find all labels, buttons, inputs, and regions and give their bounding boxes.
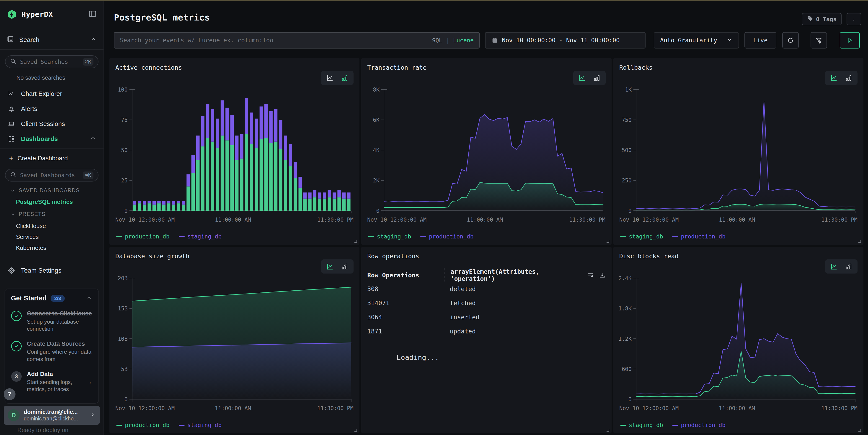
lucene-option[interactable]: Lucene <box>453 37 474 44</box>
help-button[interactable]: ? <box>4 388 16 400</box>
get-started-title: Get Started <box>11 295 46 302</box>
separator: | <box>446 37 450 44</box>
search-icon <box>10 58 17 65</box>
panel-disc-blocks-read: Disc blocks read2.4K1.8K1.2K6000Nov 10 1… <box>613 247 863 433</box>
legend-item-production_db[interactable]: production_db <box>116 233 169 240</box>
get-started-card: Get Started 2/3 Connect to ClickHouse Se… <box>5 289 99 404</box>
chevron-up-icon[interactable] <box>86 295 93 302</box>
user-name: dominic.tran@clic... <box>24 409 78 415</box>
line-chart-icon[interactable] <box>578 74 586 82</box>
legend-item-staging_db[interactable]: staging_db <box>620 422 663 428</box>
event-search-input[interactable]: Search your events w/ Lucene ex. column:… <box>114 32 479 48</box>
panel-resize-handle[interactable] <box>607 429 609 432</box>
query-language-toggle[interactable]: SQL | Lucene <box>432 37 474 44</box>
line-chart-icon[interactable] <box>326 74 334 82</box>
filter-bar: Search your events w/ Lucene ex. column:… <box>114 32 861 48</box>
sidebar-item-search[interactable]: Search <box>0 33 103 47</box>
user-account-chip[interactable]: D dominic.tran@clic... dominic.tran@clic… <box>4 406 100 425</box>
more-options-button[interactable] <box>846 13 861 25</box>
panel-resize-handle[interactable] <box>859 240 861 243</box>
sidebar-item-chart-explorer[interactable]: Chart Explorer <box>0 87 103 101</box>
get-started-header[interactable]: Get Started 2/3 <box>11 295 93 302</box>
panel-resize-handle[interactable] <box>607 240 609 243</box>
sidebar-item-label: Client Sessions <box>21 120 65 128</box>
table-row[interactable]: 314071fetched <box>367 296 606 310</box>
sql-option[interactable]: SQL <box>432 37 442 44</box>
sidebar-item-team-settings[interactable]: Team Settings <box>0 264 103 278</box>
panel-title: Database size growth <box>115 253 189 260</box>
chart-type-toggle[interactable] <box>825 71 858 85</box>
run-query-button[interactable] <box>840 32 860 48</box>
table-row[interactable]: 308deleted <box>367 282 606 296</box>
table-row[interactable]: 1871updated <box>367 324 606 338</box>
table-column-header[interactable]: Row Operations <box>367 272 444 279</box>
dashboard-link-label: PostgreSQL metrics <box>16 198 73 205</box>
chart-canvas: 20B15B10B5B0Nov 10 12:00:00 AM11:00:00 A… <box>115 270 353 419</box>
panel-active-connections: Active connections1007550250Nov 10 12:00… <box>110 58 360 245</box>
sidebar-item-services[interactable]: Services <box>0 231 103 242</box>
chevron-up-icon[interactable] <box>90 135 96 143</box>
legend-item-production_db[interactable]: production_db <box>672 233 725 240</box>
chart-legend: staging_dbproduction_db <box>368 233 473 240</box>
get-started-step-sources[interactable]: Create Data Sources Configure where your… <box>11 340 93 363</box>
granularity-select[interactable]: Auto Granularity <box>654 32 739 48</box>
saved-searches-input[interactable]: Saved Searches ⌘K <box>5 55 98 68</box>
chart-type-toggle[interactable] <box>321 71 353 85</box>
sidebar-collapse-icon[interactable] <box>88 10 97 19</box>
panel-resize-handle[interactable] <box>859 429 861 432</box>
legend-item-production_db[interactable]: production_db <box>672 422 725 428</box>
search-icon <box>10 171 17 179</box>
table-row[interactable]: 3064inserted <box>367 310 606 324</box>
line-chart-icon[interactable] <box>326 263 334 270</box>
live-button[interactable]: Live <box>744 32 776 48</box>
sidebar-item-dashboards[interactable]: Dashboards <box>0 132 103 146</box>
saved-dashboards-input[interactable]: Saved Dashboards ⌘K <box>5 169 98 181</box>
create-dashboard-button[interactable]: + Create Dashboard <box>0 152 103 165</box>
date-range-picker[interactable]: Nov 10 00:00:00 - Nov 11 00:00:00 <box>485 32 646 48</box>
chevron-up-icon[interactable] <box>90 36 97 44</box>
chart-canvas: 2.4K1.8K1.2K6000Nov 10 12:00:00 AM11:00:… <box>619 270 858 419</box>
get-started-step-add-data[interactable]: 3 Add Data Start sending logs, metrics, … <box>11 370 93 393</box>
download-icon[interactable] <box>599 272 606 278</box>
chart-canvas: 1007550250Nov 10 12:00:00 AM11:00:00 AM1… <box>115 82 353 230</box>
expand-rows-icon[interactable] <box>587 272 594 278</box>
sidebar-item-client-sessions[interactable]: Client Sessions <box>0 117 103 131</box>
sidebar-item-kubernetes[interactable]: Kubernetes <box>0 242 103 254</box>
line-chart-icon[interactable] <box>830 74 838 82</box>
line-chart-icon[interactable] <box>830 263 838 270</box>
saved-dashboards-section[interactable]: SAVED DASHBOARDS <box>0 188 103 194</box>
panel-resize-handle[interactable] <box>354 429 357 432</box>
legend-item-production_db[interactable]: production_db <box>420 233 474 240</box>
svg-text:10B: 10B <box>118 336 128 342</box>
brand-name: HyperDX <box>22 10 53 19</box>
sidebar-item-clickhouse[interactable]: ClickHouse <box>0 220 103 232</box>
sidebar-item-postgresql-metrics[interactable]: PostgreSQL metrics <box>0 196 103 207</box>
step-title: Create Data Sources <box>27 340 93 347</box>
presets-section[interactable]: PRESETS <box>0 211 103 217</box>
chart-type-toggle[interactable] <box>573 71 606 85</box>
filter-edit-button[interactable] <box>811 32 827 48</box>
bar-chart-icon[interactable] <box>593 74 600 82</box>
legend-item-staging_db[interactable]: staging_db <box>620 233 663 240</box>
chart-type-toggle[interactable] <box>321 259 353 273</box>
bar-chart-icon[interactable] <box>341 74 348 82</box>
preset-label: Services <box>16 233 39 240</box>
panel-resize-handle[interactable] <box>354 240 357 243</box>
legend-item-staging_db[interactable]: staging_db <box>368 233 411 240</box>
svg-text:11:30:00 PM: 11:30:00 PM <box>569 216 606 223</box>
chart-type-toggle[interactable] <box>825 259 858 273</box>
legend-item-staging_db[interactable]: staging_db <box>179 422 222 428</box>
refresh-button[interactable] <box>782 32 799 48</box>
bar-chart-icon[interactable] <box>845 74 852 82</box>
cell-count: 308 <box>367 286 444 293</box>
bar-chart-icon[interactable] <box>845 263 852 270</box>
bar-chart-icon[interactable] <box>341 263 348 270</box>
table-column-header[interactable]: arrayElement(Attributes, 'operation') <box>444 268 582 282</box>
sidebar-item-alerts[interactable]: Alerts <box>0 102 103 116</box>
tags-button[interactable]: 0 Tags <box>802 13 842 25</box>
legend-item-staging_db[interactable]: staging_db <box>179 233 222 240</box>
legend-item-production_db[interactable]: production_db <box>116 422 169 428</box>
get-started-step-connect[interactable]: Connect to ClickHouse Set up your databa… <box>11 310 93 332</box>
legend-label: staging_db <box>187 422 222 428</box>
panel-row-operations: Row operationsRow OperationsarrayElement… <box>361 247 611 433</box>
